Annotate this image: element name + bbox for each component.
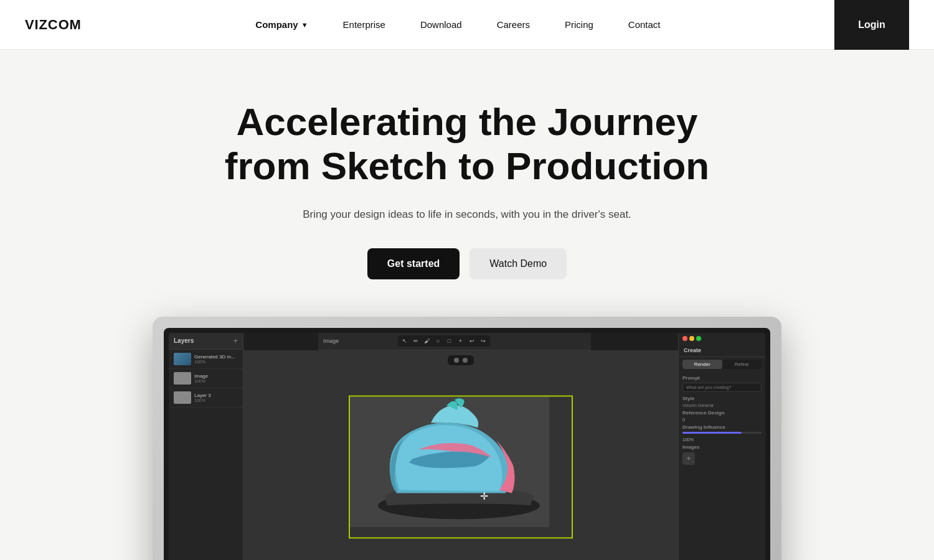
layer-name: Generated 3D m... <box>194 354 235 360</box>
layer-meta: 100% <box>194 360 235 364</box>
layers-title: Layers <box>174 337 194 344</box>
toolbar-left: Image <box>323 338 339 344</box>
redo-icon[interactable]: ↪ <box>479 337 488 345</box>
slider-fill <box>682 432 742 434</box>
layer-item[interactable]: Layer 3 100% <box>169 388 243 408</box>
traffic-light-green[interactable] <box>696 336 701 341</box>
circle-tool-icon[interactable]: ○ <box>434 337 443 345</box>
canvas: ✛ <box>243 350 678 560</box>
tab-refine[interactable]: Refine <box>722 360 762 369</box>
app-ui: Layers + Generated 3D m... 100% <box>169 333 765 560</box>
render-refine-tabs: Render Refine <box>682 360 762 369</box>
hero-title: Accelerating the Journey from Sketch to … <box>218 100 716 189</box>
left-panel: Layers + Generated 3D m... 100% <box>169 333 243 560</box>
brush-tool-icon[interactable]: 🖌 <box>423 337 432 345</box>
laptop-outer: Layers + Generated 3D m... 100% <box>153 317 781 560</box>
pen-tool-icon[interactable]: ✏ <box>412 337 420 345</box>
nav-item-download[interactable]: Download <box>403 0 479 50</box>
layer-meta: 100% <box>194 398 211 403</box>
center-area: Image ↖ ✏ 🖌 ○ □ + ↩ ↪ <box>243 333 678 560</box>
layer-thumb-layer3 <box>174 391 191 404</box>
create-panel-title: Create <box>684 347 701 353</box>
layer-meta: 100% <box>194 379 208 383</box>
right-panel: Create Render Refine Prompt What are you… <box>678 333 765 560</box>
dot-icon <box>463 358 468 363</box>
laptop-screen: Layers + Generated 3D m... 100% <box>169 333 765 560</box>
get-started-button[interactable]: Get started <box>367 248 460 279</box>
style-row: Vizcom General <box>682 403 762 408</box>
layer-name: Image <box>194 373 208 379</box>
add-image-button[interactable]: + <box>682 452 695 465</box>
images-row: + <box>682 452 762 465</box>
shoe-canvas-image: ✛ <box>350 396 549 527</box>
layer-thumb-image <box>174 372 191 385</box>
right-panel-top <box>679 333 765 344</box>
influence-value: 100% <box>682 437 694 442</box>
nav-item-enterprise[interactable]: Enterprise <box>326 0 403 50</box>
layer-item[interactable]: Generated 3D m... 100% <box>169 350 243 369</box>
layer-name: Layer 3 <box>194 393 211 398</box>
laptop-screen-bezel: Layers + Generated 3D m... 100% <box>164 328 770 560</box>
main-nav: Company ▼ Enterprise Download Careers Pr… <box>238 0 677 50</box>
plus-tool-icon[interactable]: + <box>456 337 465 345</box>
chevron-down-icon: ▼ <box>301 21 308 29</box>
hero-section: Accelerating the Journey from Sketch to … <box>0 50 934 560</box>
logo[interactable]: VIZCOM <box>25 17 82 33</box>
reference-row: 0 <box>682 418 762 422</box>
nav-item-contact[interactable]: Contact <box>611 0 678 50</box>
hero-subtitle: Bring your design ideas to life in secon… <box>303 208 631 221</box>
images-label: Images <box>682 444 762 450</box>
prompt-label: Prompt <box>682 375 762 381</box>
add-layer-icon[interactable]: + <box>234 337 238 345</box>
toolbar: Image ↖ ✏ 🖌 ○ □ + ↩ ↪ <box>318 333 591 350</box>
style-label: Style <box>682 396 762 401</box>
selection-box: ✛ <box>349 395 573 538</box>
nav-item-pricing[interactable]: Pricing <box>547 0 611 50</box>
drawing-influence-slider[interactable] <box>682 432 762 434</box>
influence-label: Drawing Influence <box>682 424 762 430</box>
undo-icon[interactable]: ↩ <box>468 337 476 345</box>
rect-tool-icon[interactable]: □ <box>445 337 454 345</box>
canvas-mini-toolbar <box>448 355 474 365</box>
nav-item-company[interactable]: Company ▼ <box>238 0 325 50</box>
canvas-content: ✛ <box>243 350 678 560</box>
login-button[interactable]: Login <box>834 0 909 50</box>
influence-value-row: 100% <box>682 437 762 442</box>
toolbar-tools: ↖ ✏ 🖌 ○ □ + ↩ ↪ <box>398 335 490 347</box>
shoe-svg: ✛ <box>350 396 549 527</box>
prompt-field[interactable]: What are you creating? <box>682 383 762 392</box>
svg-text:✛: ✛ <box>480 490 488 501</box>
traffic-light-yellow[interactable] <box>689 336 694 341</box>
traffic-light-red[interactable] <box>682 336 687 341</box>
tab-render[interactable]: Render <box>682 360 722 369</box>
laptop-mockup: Layers + Generated 3D m... 100% <box>153 317 781 560</box>
dot-icon <box>454 358 459 363</box>
header: VIZCOM Company ▼ Enterprise Download Car… <box>0 0 934 50</box>
hero-buttons: Get started Watch Demo <box>367 248 567 279</box>
toolbar-breadcrumb: Image <box>323 338 339 344</box>
reference-label: Reference Design <box>682 410 762 416</box>
nav-item-careers[interactable]: Careers <box>479 0 547 50</box>
create-section: Prompt What are you creating? Style Vizc… <box>679 371 765 469</box>
layer-item[interactable]: Image 100% <box>169 369 243 388</box>
reference-value: 0 <box>682 418 685 422</box>
select-tool-icon[interactable]: ↖ <box>400 337 409 345</box>
watch-demo-button[interactable]: Watch Demo <box>469 248 567 279</box>
create-panel-header: Create <box>679 344 765 357</box>
layer-thumb-shoe <box>174 353 191 365</box>
layers-panel-header: Layers + <box>169 333 243 350</box>
style-value-label: Vizcom General <box>682 403 714 408</box>
